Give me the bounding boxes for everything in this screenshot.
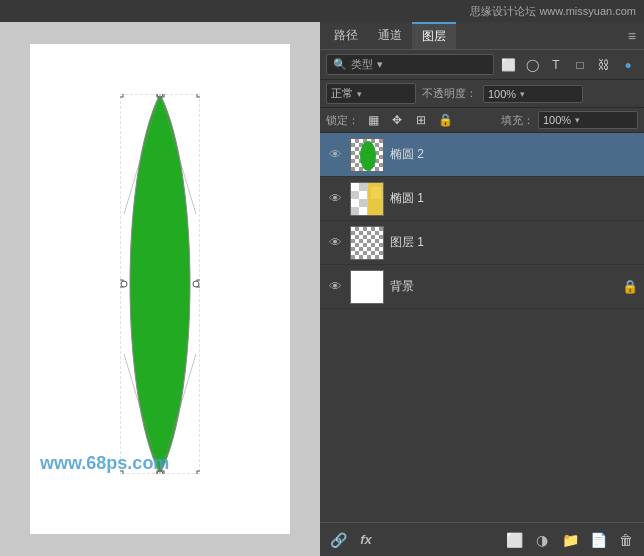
tabs-row: 路径 通道 图层 ≡: [320, 22, 644, 50]
layer-item-background[interactable]: 👁 背景 🔒: [320, 265, 644, 309]
search-icon: 🔍: [333, 58, 347, 71]
layer-thumb-ellipse1: [350, 182, 384, 216]
eye-icon-ellipse1[interactable]: 👁: [326, 190, 344, 208]
top-bar-text: 思缘设计论坛 www.missyuan.com: [470, 4, 636, 19]
filter-chevron: ▾: [377, 58, 383, 71]
layer-name-ellipse2: 椭圆 2: [390, 146, 638, 163]
adjust-icon[interactable]: ◑: [532, 530, 552, 550]
fill-label: 填充：: [501, 113, 534, 128]
layer-name-background: 背景: [390, 278, 616, 295]
canvas-white: www.68ps.com: [30, 44, 290, 534]
tab-path[interactable]: 路径: [324, 22, 368, 49]
delete-icon[interactable]: 🗑: [616, 530, 636, 550]
lock-row: 锁定： ▦ ✥ ⊞ 🔒 填充： 100% ▾: [320, 108, 644, 133]
top-bar: 思缘设计论坛 www.missyuan.com: [0, 0, 644, 22]
layer-thumb-background: [350, 270, 384, 304]
fx-icon[interactable]: fx: [356, 530, 376, 550]
svg-rect-20: [359, 191, 367, 199]
svg-rect-7: [197, 471, 200, 474]
svg-rect-22: [359, 207, 367, 215]
filter-icons: ⬜ ◯ T □ ⛓ ●: [498, 55, 638, 75]
svg-point-17: [360, 141, 376, 171]
layer-item-layer1[interactable]: 👁 图层 1: [320, 221, 644, 265]
filter-shape-icon[interactable]: □: [570, 55, 590, 75]
filter-text-icon[interactable]: T: [546, 55, 566, 75]
search-box[interactable]: 🔍 类型 ▾: [326, 54, 494, 75]
layer-lock-icon: 🔒: [622, 279, 638, 294]
svg-rect-6: [120, 471, 123, 474]
panel-menu-icon[interactable]: ≡: [624, 28, 640, 44]
layer-thumb-layer1: [350, 226, 384, 260]
lock-pixel-icon[interactable]: ▦: [363, 111, 383, 129]
svg-rect-19: [351, 183, 359, 191]
opacity-select[interactable]: 100% ▾: [483, 85, 583, 103]
layer-item-ellipse1[interactable]: 👁 椭圆 1: [320, 177, 644, 221]
mask-icon[interactable]: ⬜: [504, 530, 524, 550]
svg-rect-5: [197, 94, 200, 97]
svg-rect-24: [371, 187, 381, 199]
filter-image-icon[interactable]: ⬜: [498, 55, 518, 75]
new-layer-icon[interactable]: 📄: [588, 530, 608, 550]
layer-thumb-ellipse2: [350, 138, 384, 172]
layer-name-layer1: 图层 1: [390, 234, 638, 251]
bottom-right-icons: ⬜ ◑ 📁 📄 🗑: [504, 530, 636, 550]
filter-type-label: 类型: [351, 57, 373, 72]
lock-icons: ▦ ✥ ⊞ 🔒: [363, 111, 497, 129]
eye-icon-ellipse2[interactable]: 👁: [326, 146, 344, 164]
filter-dot-icon[interactable]: ●: [618, 55, 638, 75]
canvas-area: www.68ps.com: [0, 22, 320, 556]
svg-point-11: [121, 281, 127, 287]
eye-icon-layer1[interactable]: 👁: [326, 234, 344, 252]
leaf-shape: [120, 94, 200, 474]
eye-icon-background[interactable]: 👁: [326, 278, 344, 296]
layer-name-ellipse1: 椭圆 1: [390, 190, 638, 207]
lock-move-icon[interactable]: ✥: [387, 111, 407, 129]
link-icon[interactable]: 🔗: [328, 530, 348, 550]
layers-list: 👁 椭圆 2 👁: [320, 133, 644, 522]
right-panel: 路径 通道 图层 ≡ 🔍 类型 ▾ ⬜ ◯ T □ ⛓ ● 正常 ▾ 不透明: [320, 22, 644, 556]
opacity-label: 不透明度：: [422, 86, 477, 101]
bottom-left-icons: 🔗 fx: [328, 530, 376, 550]
svg-rect-4: [120, 94, 123, 97]
blend-row: 正常 ▾ 不透明度： 100% ▾: [320, 80, 644, 108]
filter-row: 🔍 类型 ▾ ⬜ ◯ T □ ⛓ ●: [320, 50, 644, 80]
lock-label: 锁定：: [326, 113, 359, 128]
svg-point-12: [193, 281, 199, 287]
blend-mode-select[interactable]: 正常 ▾: [326, 83, 416, 104]
tab-channel[interactable]: 通道: [368, 22, 412, 49]
filter-chain-icon[interactable]: ⛓: [594, 55, 614, 75]
layer-item-ellipse2[interactable]: 👁 椭圆 2: [320, 133, 644, 177]
lock-all-icon[interactable]: 🔒: [435, 111, 455, 129]
filter-circle-icon[interactable]: ◯: [522, 55, 542, 75]
bottom-toolbar: 🔗 fx ⬜ ◑ 📁 📄 🗑: [320, 522, 644, 556]
lock-artboard-icon[interactable]: ⊞: [411, 111, 431, 129]
svg-rect-21: [351, 199, 359, 207]
tab-layers[interactable]: 图层: [412, 22, 456, 49]
new-group-icon[interactable]: 📁: [560, 530, 580, 550]
fill-select[interactable]: 100% ▾: [538, 111, 638, 129]
